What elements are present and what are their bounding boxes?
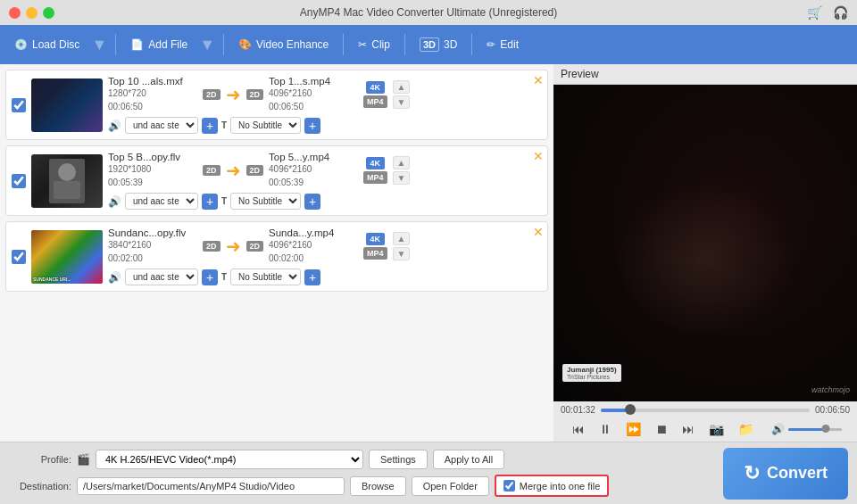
edit-button[interactable]: ✏ Edit (479, 34, 526, 55)
cart-icon[interactable]: 🛒 (807, 5, 822, 20)
file-1-output-badge: 4K MP4 (363, 81, 387, 108)
add-subtitle-1-button[interactable]: + (304, 118, 320, 134)
file-3-checkbox[interactable] (12, 250, 26, 264)
file-item-1: ✕ Top 10 ...als.mxf 1280*720 00:06:50 2D… (5, 70, 548, 140)
browse-button[interactable]: Browse (350, 476, 406, 496)
file-1-scroll-up[interactable]: ▲ (393, 80, 411, 94)
toolbar-sep-2 (223, 34, 224, 55)
add-file-icon: 📄 (130, 38, 144, 51)
add-audio-3-button[interactable]: + (202, 269, 218, 285)
file-3-scroll-down[interactable]: ▼ (393, 247, 411, 260)
file-2-scroll-down[interactable]: ▼ (393, 171, 411, 185)
file-1-names-row: Top 10 ...als.mxf 1280*720 00:06:50 2D ➜… (108, 76, 542, 113)
subtitle-select-2[interactable]: No Subtitle (230, 193, 301, 210)
window-controls[interactable] (9, 7, 54, 19)
add-subtitle-3-button[interactable]: + (304, 269, 320, 285)
preview-visual (614, 180, 796, 339)
user-icon[interactable]: 🎧 (833, 5, 848, 20)
titlebar-icons: 🛒 🎧 (807, 5, 848, 20)
maximize-button[interactable] (43, 7, 54, 19)
preview-label: Preview (553, 64, 857, 85)
person-silhouette (49, 159, 85, 203)
current-time: 00:01:32 (561, 405, 595, 415)
load-disc-button[interactable]: 💿 Load Disc (7, 34, 87, 55)
clip-button[interactable]: ✂ Clip (351, 34, 397, 55)
file-3-scroll-up[interactable]: ▲ (393, 232, 411, 245)
audio-icon-1: 🔊 (108, 120, 121, 132)
file-3-info: Sundanc...opy.flv 3840*2160 00:02:00 2D … (108, 227, 542, 285)
toolbar: 💿 Load Disc ▼ 📄 Add File ▼ 🎨 Video Enhan… (0, 25, 857, 64)
thumbnail-image-1 (31, 78, 103, 132)
profile-row: Profile: 🎬 4K H.265/HEVC Video(*.mp4) Se… (9, 450, 716, 469)
screenshot-button[interactable]: 📷 (705, 420, 728, 438)
file-2-dst-badge: 2D (246, 165, 264, 176)
skip-forward-button[interactable]: ⏭ (678, 420, 698, 438)
t-label-3: T (221, 272, 227, 282)
file-2-checkbox[interactable] (12, 174, 26, 188)
add-file-dropdown[interactable]: ▼ (198, 36, 216, 54)
stop-button[interactable]: ⏹ (652, 420, 671, 438)
thumbnail-image-2 (31, 154, 103, 208)
skip-back-button[interactable]: ⏮ (569, 420, 588, 438)
audio-select-2[interactable]: und aac ste (125, 193, 198, 210)
audio-select-1[interactable]: und aac ste (125, 117, 198, 134)
file-3-output-badge: 4K MP4 (363, 233, 387, 260)
total-time: 00:06:50 (815, 405, 850, 415)
edit-icon: ✏ (487, 38, 495, 51)
settings-button[interactable]: Settings (369, 450, 428, 469)
file-1-scroll-btns[interactable]: ▲ ▼ (393, 80, 411, 109)
file-item-2: ✕ Top 5 B...opy.flv 1920*1080 00:05:39 2… (5, 145, 548, 216)
pause-button[interactable]: ⏸ (595, 420, 615, 438)
merge-checkbox[interactable] (503, 480, 515, 492)
convert-button[interactable]: ↻ Convert (723, 448, 848, 500)
subtitle-select-1[interactable]: No Subtitle (230, 117, 301, 134)
minimize-button[interactable] (26, 7, 37, 19)
close-file-3-button[interactable]: ✕ (533, 226, 544, 238)
merge-label: Merge into one file (520, 481, 601, 492)
destination-label: Destination: (9, 481, 71, 492)
subtitle-select-3[interactable]: No Subtitle (230, 269, 301, 285)
close-button[interactable] (9, 7, 21, 19)
3d-button[interactable]: 3D 3D (412, 33, 464, 56)
file-3-scroll-btns[interactable]: ▲ ▼ (393, 232, 411, 260)
progress-row: 00:01:32 00:06:50 (561, 405, 850, 415)
close-file-2-button[interactable]: ✕ (533, 150, 544, 162)
add-subtitle-2-button[interactable]: + (304, 194, 320, 210)
apply-to-all-button[interactable]: Apply to All (433, 450, 504, 469)
progress-bar[interactable] (601, 409, 810, 412)
t-label-2: T (221, 196, 227, 206)
progress-thumb (625, 404, 636, 415)
file-1-scroll-down[interactable]: ▼ (393, 95, 411, 109)
add-audio-2-button[interactable]: + (202, 194, 218, 210)
titlebar: AnyMP4 Mac Video Converter Ultimate (Unr… (0, 0, 857, 25)
destination-row: Destination: Browse Open Folder Merge in… (9, 475, 716, 497)
open-folder-button[interactable]: Open Folder (412, 476, 489, 496)
toolbar-sep-4 (404, 34, 405, 55)
video-enhance-button[interactable]: 🎨 Video Enhance (231, 34, 336, 55)
volume-icon: 🔊 (771, 423, 785, 435)
file-2-scroll-up[interactable]: ▲ (393, 156, 411, 169)
file-1-controls: 🔊 und aac ste + T No Subtitle + (108, 117, 542, 134)
fast-forward-button[interactable]: ⏩ (622, 420, 645, 438)
volume-track[interactable] (788, 428, 842, 431)
file-3-dst-info: Sunda...y.mp4 4096*2160 00:02:00 (269, 227, 358, 265)
destination-input[interactable] (77, 477, 345, 495)
profile-select[interactable]: 4K H.265/HEVC Video(*.mp4) (96, 450, 363, 469)
file-3-thumbnail (31, 230, 103, 284)
add-file-button[interactable]: 📄 Add File (123, 34, 195, 55)
file-2-scroll-btns[interactable]: ▲ ▼ (393, 156, 411, 185)
file-1-thumbnail (31, 78, 103, 132)
audio-select-3[interactable]: und aac ste (125, 269, 198, 285)
merge-container[interactable]: Merge into one file (495, 475, 610, 497)
file-2-controls: 🔊 und aac ste + T No Subtitle + (108, 193, 542, 210)
file-1-checkbox[interactable] (12, 98, 26, 112)
folder-button[interactable]: 📁 (735, 420, 757, 438)
preview-video[interactable]: Jumanji (1995) TriStar Pictures watchmoj… (553, 85, 857, 401)
enhance-icon: 🎨 (238, 38, 252, 51)
close-file-1-button[interactable]: ✕ (533, 74, 544, 87)
bottom-bar: Profile: 🎬 4K H.265/HEVC Video(*.mp4) Se… (0, 442, 857, 504)
load-disc-dropdown[interactable]: ▼ (90, 36, 108, 54)
toolbar-sep-5 (471, 34, 472, 55)
file-2-thumbnail (31, 154, 103, 208)
add-audio-1-button[interactable]: + (202, 118, 218, 134)
